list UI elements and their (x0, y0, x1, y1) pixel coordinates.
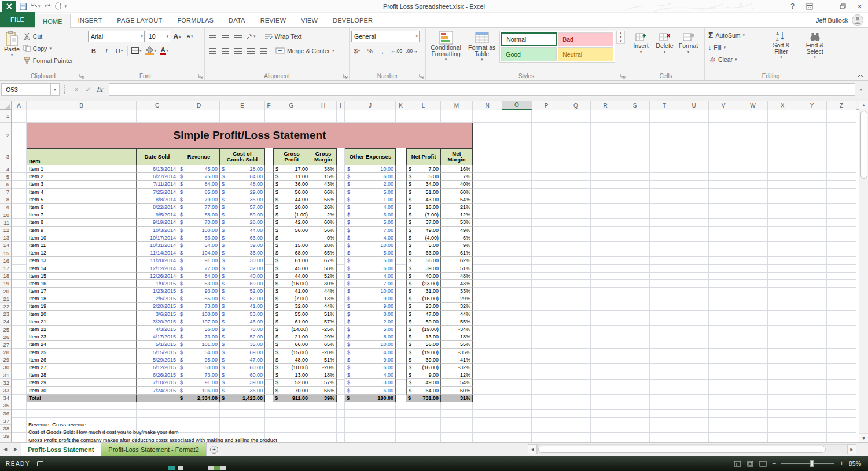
currency-cell[interactable]: $8.00 (345, 333, 396, 341)
row-header-34[interactable]: 34 (0, 395, 11, 402)
currency-cell[interactable]: $(4.00) (406, 234, 441, 242)
dialog-launcher-icon[interactable] (198, 73, 203, 79)
column-header-R[interactable]: R (591, 101, 620, 110)
row-header-11[interactable]: 11 (0, 219, 11, 226)
item-cell[interactable]: Item 4 (27, 189, 137, 196)
row-header-28[interactable]: 28 (0, 349, 11, 356)
total-currency-cell[interactable]: $2,334.00 (178, 395, 220, 402)
currency-cell[interactable]: $40.00 (406, 273, 441, 280)
currency-cell[interactable]: $73.00 (178, 333, 220, 341)
percent-cell[interactable]: 65% (310, 249, 337, 257)
increase-font-size-button[interactable]: A▴ (171, 31, 183, 42)
date-cell[interactable]: 5/29/2015 (137, 356, 178, 364)
italic-button[interactable]: I (101, 45, 112, 57)
percent-cell[interactable]: 55% (441, 318, 473, 326)
currency-cell[interactable]: $(1.00) (273, 211, 310, 219)
currency-cell[interactable]: $34.00 (406, 181, 441, 188)
currency-cell[interactable]: $4.00 (345, 234, 396, 242)
fill-button[interactable]: ↓Fill▾ (707, 41, 764, 53)
currency-cell[interactable]: $21.00 (273, 333, 310, 341)
currency-cell[interactable]: $4.00 (345, 204, 396, 211)
orientation-button[interactable]: ▾ (245, 31, 257, 42)
item-cell[interactable]: Item 26 (27, 356, 137, 364)
currency-cell[interactable]: $52.00 (220, 288, 265, 295)
item-cell[interactable]: Item 11 (27, 242, 137, 249)
currency-cell[interactable]: $39.00 (406, 356, 441, 364)
percent-cell[interactable]: 60% (441, 189, 473, 196)
percent-cell[interactable]: 15% (310, 173, 337, 181)
percent-cell[interactable]: 67% (310, 257, 337, 264)
currency-cell[interactable]: $5.00 (345, 219, 396, 226)
percent-cell[interactable]: -6% (441, 234, 473, 242)
save-button[interactable] (20, 3, 27, 10)
row-header-1[interactable]: 1 (0, 110, 11, 123)
row-header-37[interactable]: 37 (0, 417, 11, 425)
currency-cell[interactable]: $5.00 (406, 173, 441, 181)
date-cell[interactable]: 9/19/2014 (137, 219, 178, 226)
currency-cell[interactable]: $79.00 (178, 196, 220, 204)
currency-cell[interactable]: $107.00 (178, 318, 220, 326)
date-cell[interactable]: 1/23/2015 (137, 288, 178, 295)
row-header-24[interactable]: 24 (0, 318, 11, 326)
help-button[interactable]: ? (784, 0, 801, 13)
percent-cell[interactable]: 18% (310, 371, 337, 379)
column-header-D[interactable]: D (178, 101, 220, 110)
total-percent-cell[interactable]: 39% (310, 395, 337, 402)
currency-cell[interactable]: $7.00 (345, 280, 396, 288)
column-header-cell[interactable]: Cost of Goods Sold (220, 148, 265, 165)
horizontal-scroll-track[interactable] (537, 444, 847, 454)
currency-cell[interactable]: $36.00 (220, 249, 265, 257)
percent-cell[interactable]: -25% (310, 326, 337, 333)
date-cell[interactable]: 7/10/2015 (137, 379, 178, 387)
date-cell[interactable]: 5/1/2015 (137, 341, 178, 348)
percent-cell[interactable]: 54% (441, 379, 473, 387)
currency-cell[interactable]: $108.00 (178, 311, 220, 318)
date-cell[interactable]: 3/6/2015 (137, 311, 178, 318)
column-header-M[interactable]: M (441, 101, 473, 110)
currency-cell[interactable]: $(7.00) (406, 211, 441, 219)
percent-cell[interactable]: -30% (310, 280, 337, 288)
column-header-X[interactable]: X (768, 101, 797, 110)
column-header-U[interactable]: U (679, 101, 709, 110)
item-cell[interactable]: Item 24 (27, 341, 137, 348)
currency-cell[interactable]: $56.00 (406, 341, 441, 348)
currency-cell[interactable]: $39.00 (406, 264, 441, 272)
currency-cell[interactable]: $5.00 (406, 242, 441, 249)
currency-cell[interactable]: $40.00 (220, 273, 265, 280)
column-header-cell[interactable]: Gross Margin (310, 148, 337, 165)
row-header-31[interactable]: 31 (0, 371, 11, 379)
currency-cell[interactable]: $(16.00) (273, 280, 310, 288)
percent-cell[interactable]: 9% (441, 242, 473, 249)
fill-color-button[interactable]: ▾ (144, 45, 158, 57)
column-header-S[interactable]: S (620, 101, 650, 110)
currency-cell[interactable]: $47.00 (220, 356, 265, 364)
column-header-J[interactable]: J (345, 101, 396, 110)
vertical-scroll-thumb[interactable] (860, 111, 867, 179)
tab-file[interactable]: FILE (0, 12, 35, 27)
zoom-slider-thumb[interactable] (810, 460, 814, 467)
sheet-canvas[interactable]: Simple Profit/Loss StatementItemDate Sol… (12, 110, 868, 442)
percent-cell[interactable]: 33% (441, 288, 473, 295)
column-header-Q[interactable]: Q (561, 101, 591, 110)
currency-cell[interactable]: $5.00 (345, 249, 396, 257)
currency-cell[interactable]: $20.00 (273, 204, 310, 211)
style-good[interactable]: Good (501, 47, 557, 61)
dialog-launcher-icon[interactable] (79, 73, 84, 79)
column-header-P[interactable]: P (532, 101, 561, 110)
item-cell[interactable]: Item 10 (27, 234, 137, 242)
tab-review[interactable]: REVIEW (253, 13, 294, 27)
item-cell[interactable]: Item 2 (27, 173, 137, 181)
currency-cell[interactable]: $31.00 (406, 288, 441, 295)
row-header-39[interactable]: 39 (0, 433, 11, 440)
currency-cell[interactable]: $6.00 (345, 387, 396, 394)
percent-cell[interactable]: -43% (441, 280, 473, 288)
column-header-W[interactable]: W (738, 101, 768, 110)
date-cell[interactable]: 10/31/2014 (137, 242, 178, 249)
row-header-12[interactable]: 12 (0, 227, 11, 234)
currency-cell[interactable]: $4.00 (345, 273, 396, 280)
row-header-35[interactable]: 35 (0, 402, 11, 410)
tab-home[interactable]: HOME (35, 14, 71, 28)
item-cell[interactable]: Item 1 (27, 165, 137, 173)
row-header-4[interactable]: 4 (0, 165, 11, 173)
maximize-button[interactable] (834, 0, 851, 13)
